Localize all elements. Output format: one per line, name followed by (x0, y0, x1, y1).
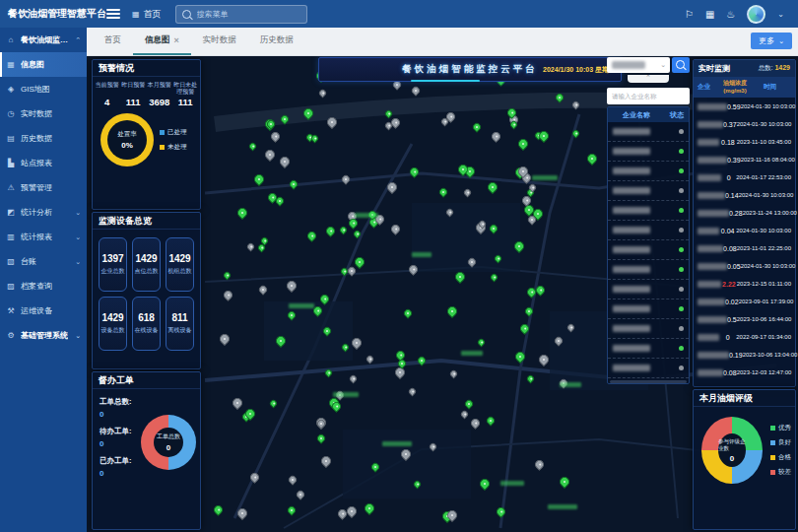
realtime-total: 总数: 1429 (759, 64, 790, 73)
company-row[interactable] (608, 359, 689, 378)
sidebar-item-stats-analysis[interactable]: ◩统计分析⌄ (0, 200, 87, 225)
company-name-redacted (698, 281, 721, 288)
sidebar-item-ledger[interactable]: ▧台账⌄ (0, 249, 87, 274)
realtime-header: 企业 油烟浓度(mg/m3) 时间 (694, 77, 795, 98)
company-row[interactable] (608, 201, 689, 221)
menu-toggle-icon[interactable] (106, 9, 120, 19)
company-row[interactable] (608, 319, 689, 339)
workorder-stat: 工单总数:0 (100, 397, 132, 419)
company-row[interactable] (608, 162, 689, 181)
company-name-redacted (698, 174, 721, 181)
chevron-down-icon[interactable]: ⌄ (777, 10, 784, 19)
home-tab-label: 首页 (144, 8, 162, 21)
realtime-row[interactable]: 0.372024-01-30 10:03:00 (694, 115, 795, 133)
warning-stat: 本月预警3698 (147, 82, 172, 107)
realtime-row[interactable]: 02024-01-17 22:53:00 (694, 168, 795, 186)
sidebar-section-main[interactable]: ⌂ 餐饮油烟监控管理系统 ⌃ (0, 28, 87, 52)
horizontal-scrollbar[interactable] (610, 380, 687, 383)
sidebar-item-stats-report[interactable]: ▥统计报表⌄ (0, 225, 87, 249)
company-row[interactable] (608, 260, 689, 280)
company-row[interactable] (608, 240, 689, 260)
realtime-row[interactable]: 0.282023-11-24 13:00:00 (694, 204, 795, 222)
company-search-button[interactable] (672, 57, 690, 73)
status-dot-online (679, 168, 684, 173)
ledger-icon: ▧ (6, 257, 16, 266)
tab-realtime-data[interactable]: 实时数据 (191, 28, 248, 55)
more-button[interactable]: 更多 ⌄ (751, 33, 792, 49)
company-row[interactable] (608, 299, 689, 319)
tabs: 首页信息图×实时数据历史数据 (87, 28, 305, 55)
status-dot-online (679, 247, 684, 252)
tab-bar: 首页信息图×实时数据历史数据 更多 ⌄ (87, 28, 798, 56)
user-avatar[interactable] (747, 5, 765, 24)
workorder-stat: 已办工单:0 (100, 456, 132, 478)
map-place-label-redacted (355, 213, 378, 218)
company-row[interactable] (608, 181, 689, 201)
company-row[interactable] (608, 142, 689, 162)
company-row[interactable] (608, 221, 689, 240)
warning-panel: 预警情况 当前预警4昨日预警111本月预警3698昨日未处理预警111 处置率 … (92, 59, 201, 210)
badge-icon[interactable]: ⚐ (685, 9, 694, 20)
reading-time: 2024-01-17 22:53:00 (736, 174, 791, 180)
status-dot-online (679, 208, 684, 213)
sidebar-item-warning-manage[interactable]: ⚠预警管理 (0, 175, 87, 200)
sidebar-item-realtime-data[interactable]: ◷实时数据 (0, 101, 87, 126)
realtime-row[interactable]: 0.022023-09-01 17:39:00 (694, 293, 795, 310)
realtime-row[interactable]: 0.042024-01-30 10:03:00 (694, 222, 795, 239)
sidebar-item-station-report[interactable]: ▙站点报表 (0, 151, 87, 175)
apps-grid-icon[interactable]: ▦ (705, 9, 714, 20)
realtime-row[interactable]: 0.082023-11-01 22:25:00 (694, 239, 795, 257)
realtime-row[interactable]: 0.392023-11-16 08:04:00 (694, 151, 795, 168)
region-select[interactable]: ⌄ (607, 57, 670, 73)
company-row[interactable] (608, 339, 689, 359)
realtime-row[interactable]: 2.222023-12-15 01:11:00 (694, 275, 795, 293)
tab-history-data[interactable]: 历史数据 (248, 28, 305, 55)
station-report-icon: ▙ (6, 159, 16, 167)
density-value: 0 (721, 174, 736, 181)
realtime-row[interactable]: 0.192023-10-06 13:04:00 (694, 346, 795, 364)
status-dot-offline (679, 366, 684, 370)
realtime-row[interactable]: 0.142024-01-30 10:03:00 (694, 186, 795, 204)
density-value: 0.19 (729, 352, 743, 359)
collapse-handle[interactable]: ⌃ (628, 75, 669, 83)
sidebar-item-info-chart[interactable]: ▦信息图 (0, 52, 87, 77)
density-value: 2.22 (721, 281, 737, 288)
company-row[interactable] (608, 122, 689, 142)
status-dot-offline (679, 287, 684, 292)
sidebar-item-device-ops[interactable]: ⚒运维设备 (0, 299, 87, 323)
search-icon (182, 10, 191, 19)
company-name-redacted (613, 128, 650, 135)
realtime-row[interactable]: 0.082023-12-03 12:47:00 (694, 364, 795, 381)
device-tiles: 1397企业总数1429点位总数1429机组总数1429设备总数618在线设备8… (93, 230, 200, 359)
company-name-redacted (698, 192, 725, 199)
sidebar-item-archive-query[interactable]: ▨档案查询 (0, 274, 87, 299)
realtime-row[interactable]: 0.182023-11-10 03:45:00 (694, 133, 795, 151)
company-name-redacted (613, 207, 650, 214)
company-name-input[interactable] (607, 88, 690, 104)
tab-info-chart[interactable]: 信息图× (133, 28, 191, 55)
col-company: 企业 (698, 83, 721, 92)
realtime-row[interactable]: 0.52023-10-06 16:44:00 (694, 310, 795, 328)
device-stat-tile: 1429设备总数 (99, 297, 127, 351)
menu-search-input[interactable] (195, 9, 306, 20)
realtime-row[interactable]: 0.052024-01-30 10:03:00 (694, 257, 795, 275)
topbar-search[interactable] (175, 5, 307, 24)
legend-item: 优秀 (770, 424, 791, 432)
tab-home[interactable]: 首页 (93, 28, 133, 55)
topbar-home-tab[interactable]: ▦ 首页 (132, 8, 162, 21)
flame-icon[interactable]: ♨ (726, 9, 735, 20)
map-datetime: 2024/1/30 10:03 星期二 (543, 65, 616, 75)
sidebar-item-gis-map[interactable]: ◈GIS地图 (0, 77, 87, 101)
realtime-row[interactable]: 02022-09-17 01:34:00 (694, 328, 795, 346)
map-place-label-redacted (532, 175, 558, 180)
status-dot-online (679, 346, 684, 351)
company-name-redacted (698, 334, 719, 341)
close-icon[interactable]: × (174, 35, 179, 45)
sidebar-section-base[interactable]: ⚙ 基础管理系统 ⌄ (0, 323, 87, 348)
sidebar: ⌂ 餐饮油烟监控管理系统 ⌃ ▦信息图◈GIS地图◷实时数据▤历史数据▙站点报表… (0, 28, 87, 532)
company-table: 企业名称 状态 (607, 106, 690, 384)
legend-item: 未处理 (160, 143, 187, 152)
company-row[interactable] (608, 280, 689, 299)
sidebar-item-history-data[interactable]: ▤历史数据 (0, 126, 87, 151)
realtime-row[interactable]: 0.592024-01-30 10:03:00 (694, 98, 795, 115)
